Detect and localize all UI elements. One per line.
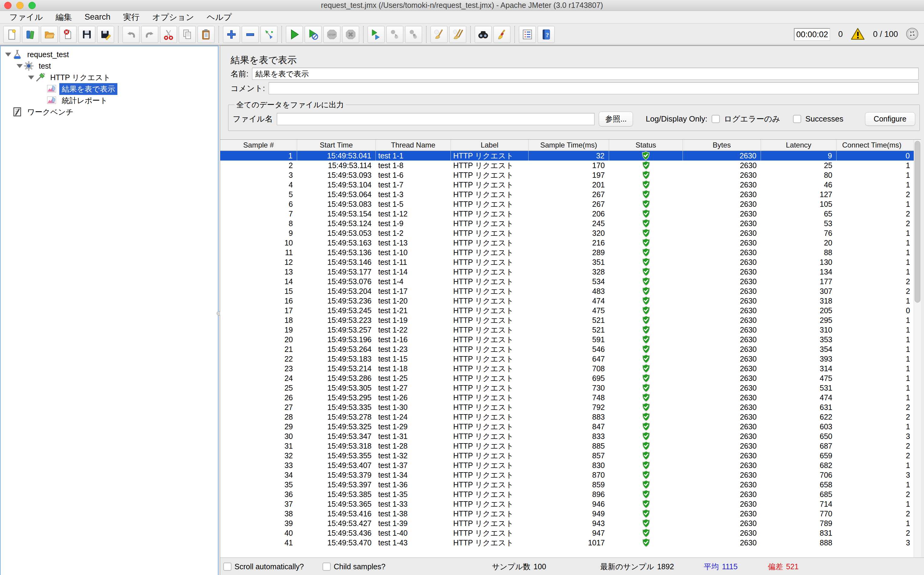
- column-header-2[interactable]: Thread Name: [376, 140, 451, 150]
- table-row[interactable]: 3315:49:53.407test 1-37HTTP リクエスト8302630…: [220, 461, 914, 470]
- tree-collapse-arrow-icon[interactable]: [16, 64, 24, 68]
- copy-button[interactable]: [179, 26, 196, 43]
- table-row[interactable]: 2415:49:53.286test 1-25HTTP リクエスト6952630…: [220, 373, 914, 383]
- redo-button[interactable]: [141, 26, 158, 43]
- tree-item-4[interactable]: 統計レポート: [1, 95, 218, 106]
- tree-item-3[interactable]: 結果を表で表示: [1, 83, 218, 95]
- table-row[interactable]: 3615:49:53.385test 1-35HTTP リクエスト8962630…: [220, 489, 914, 499]
- clear-button[interactable]: [430, 26, 448, 43]
- log-errors-checkbox[interactable]: [712, 115, 720, 123]
- name-input[interactable]: [252, 68, 919, 80]
- table-row[interactable]: 3415:49:53.379test 1-34HTTP リクエスト8702630…: [220, 470, 914, 480]
- table-row[interactable]: 2215:49:53.183test 1-15HTTP リクエスト6472630…: [220, 354, 914, 364]
- tree-item-0[interactable]: request_test: [1, 49, 218, 60]
- zoom-window-button[interactable]: [29, 2, 36, 9]
- search-reset-button[interactable]: [494, 26, 510, 43]
- comment-input[interactable]: [269, 82, 919, 94]
- table-row[interactable]: 3715:49:53.365test 1-33HTTP リクエスト9462630…: [220, 499, 914, 509]
- table-row[interactable]: 1515:49:53.204test 1-17HTTP リクエスト4832630…: [220, 286, 914, 296]
- menu-item-1[interactable]: 編集: [49, 12, 78, 23]
- remote-stop-button[interactable]: [405, 26, 422, 43]
- tree-item-5[interactable]: ワークベンチ: [1, 106, 218, 118]
- table-row[interactable]: 115:49:53.041test 1-1HTTP リクエスト32263090: [220, 151, 914, 160]
- warning-triangle-icon[interactable]: [851, 27, 865, 41]
- clear-all-button[interactable]: [449, 26, 466, 43]
- table-row[interactable]: 3915:49:53.427test 1-39HTTP リクエスト9432630…: [220, 518, 914, 528]
- column-header-6[interactable]: Bytes: [683, 140, 761, 150]
- menu-item-5[interactable]: ヘルプ: [200, 12, 238, 23]
- successes-checkbox[interactable]: [793, 115, 801, 123]
- start-button[interactable]: [286, 26, 303, 43]
- toggle-element-button[interactable]: [261, 26, 277, 43]
- table-row[interactable]: 4015:49:53.436test 1-40HTTP リクエスト9472630…: [220, 528, 914, 538]
- menu-item-3[interactable]: 実行: [117, 12, 146, 23]
- start-no-timers-button[interactable]: [305, 26, 322, 43]
- column-header-1[interactable]: Start Time: [297, 140, 376, 150]
- save-button[interactable]: [78, 26, 95, 43]
- table-row[interactable]: 3015:49:53.347test 1-31HTTP リクエスト8332630…: [220, 431, 914, 441]
- table-row[interactable]: 2715:49:53.335test 1-30HTTP リクエスト7922630…: [220, 402, 914, 412]
- cut-button[interactable]: [160, 26, 177, 43]
- remote-start-button[interactable]: [368, 26, 384, 43]
- paste-button[interactable]: [198, 26, 215, 43]
- search-button[interactable]: [475, 26, 492, 43]
- filename-input[interactable]: [277, 113, 594, 125]
- help-button[interactable]: ?: [538, 26, 554, 43]
- function-helper-button[interactable]: [519, 26, 536, 43]
- table-row[interactable]: 3515:49:53.397test 1-36HTTP リクエスト8592630…: [220, 480, 914, 489]
- table-row[interactable]: 1915:49:53.257test 1-22HTTP リクエスト5212630…: [220, 325, 914, 335]
- table-row[interactable]: 2915:49:53.325test 1-29HTTP リクエスト8472630…: [220, 422, 914, 431]
- table-row[interactable]: 815:49:53.124test 1-9HTTP リクエスト245263053…: [220, 219, 914, 228]
- table-row[interactable]: 3215:49:53.355test 1-32HTTP リクエスト8572630…: [220, 451, 914, 461]
- scroll-automatically-checkbox[interactable]: [223, 562, 231, 571]
- column-header-7[interactable]: Latency: [761, 140, 836, 150]
- open-file-button[interactable]: [41, 26, 58, 43]
- close-window-button[interactable]: [4, 2, 11, 9]
- column-header-8[interactable]: Connect Time(ms): [836, 140, 907, 150]
- error-count[interactable]: 0: [838, 30, 843, 39]
- table-row[interactable]: 1815:49:53.223test 1-19HTTP リクエスト5212630…: [220, 315, 914, 325]
- table-row[interactable]: 215:49:53.114test 1-8HTTP リクエスト170263025…: [220, 160, 914, 170]
- child-samples-checkbox[interactable]: [322, 562, 331, 571]
- table-row[interactable]: 415:49:53.104test 1-7HTTP リクエスト201263046…: [220, 180, 914, 189]
- table-row[interactable]: 3115:49:53.318test 1-28HTTP リクエスト8852630…: [220, 441, 914, 451]
- table-row[interactable]: 1215:49:53.146test 1-11HTTP リクエスト3512630…: [220, 257, 914, 267]
- menu-item-0[interactable]: ファイル: [3, 12, 49, 23]
- table-row[interactable]: 3815:49:53.416test 1-38HTTP リクエスト9492630…: [220, 509, 914, 518]
- remote-start-all-button[interactable]: [386, 26, 403, 43]
- save-as-button[interactable]: [97, 26, 114, 43]
- column-header-5[interactable]: Status: [609, 140, 683, 150]
- new-file-button[interactable]: [3, 26, 20, 43]
- minimize-window-button[interactable]: [16, 2, 24, 9]
- tree-collapse-arrow-icon[interactable]: [4, 52, 12, 57]
- browse-button[interactable]: 参照...: [599, 111, 633, 126]
- menu-item-2[interactable]: Search: [78, 13, 117, 22]
- scrollbar-thumb[interactable]: [914, 141, 920, 303]
- table-row[interactable]: 1015:49:53.163test 1-13HTTP リクエスト2162630…: [220, 238, 914, 248]
- table-row[interactable]: 2015:49:53.196test 1-16HTTP リクエスト5912630…: [220, 335, 914, 344]
- table-scrollbar[interactable]: [914, 140, 921, 558]
- table-row[interactable]: 2315:49:53.214test 1-18HTTP リクエスト7082630…: [220, 364, 914, 373]
- table-row[interactable]: 2515:49:53.305test 1-27HTTP リクエスト7302630…: [220, 383, 914, 393]
- add-element-button[interactable]: [223, 26, 240, 43]
- tree-collapse-arrow-icon[interactable]: [27, 76, 35, 79]
- configure-button[interactable]: Configure: [865, 112, 915, 126]
- shutdown-button[interactable]: [342, 26, 359, 43]
- menu-item-4[interactable]: オプション: [146, 12, 200, 23]
- table-row[interactable]: 4115:49:53.470test 1-43HTTP リクエスト1017263…: [220, 538, 914, 548]
- column-header-4[interactable]: Sample Time(ms): [529, 140, 609, 150]
- tree-item-2[interactable]: HTTP リクエスト: [1, 71, 218, 83]
- table-row[interactable]: 315:49:53.093test 1-6HTTP リクエスト197263080…: [220, 170, 914, 180]
- tree-item-1[interactable]: test: [1, 60, 218, 71]
- templates-button[interactable]: [22, 26, 39, 43]
- table-row[interactable]: 915:49:53.053test 1-2HTTP リクエスト320263076…: [220, 228, 914, 238]
- table-row[interactable]: 1415:49:53.076test 1-4HTTP リクエスト53426301…: [220, 276, 914, 286]
- table-row[interactable]: 2115:49:53.264test 1-23HTTP リクエスト5462630…: [220, 344, 914, 354]
- table-row[interactable]: 1715:49:53.245test 1-21HTTP リクエスト4752630…: [220, 306, 914, 315]
- table-row[interactable]: 2815:49:53.278test 1-24HTTP リクエスト8832630…: [220, 412, 914, 422]
- table-row[interactable]: 515:49:53.064test 1-3HTTP リクエスト267263012…: [220, 189, 914, 199]
- table-row[interactable]: 2615:49:53.295test 1-26HTTP リクエスト7482630…: [220, 393, 914, 402]
- close-file-button[interactable]: [60, 26, 76, 43]
- table-row[interactable]: 1615:49:53.236test 1-20HTTP リクエスト4742630…: [220, 296, 914, 306]
- remove-element-button[interactable]: [242, 26, 259, 43]
